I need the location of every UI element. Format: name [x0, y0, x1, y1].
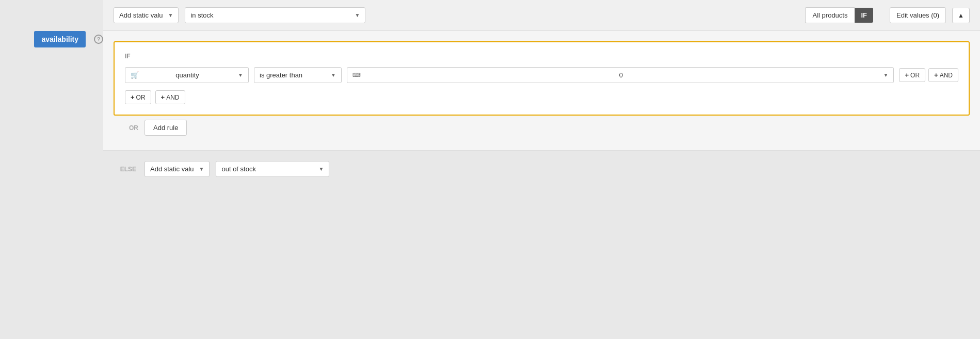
- help-icon[interactable]: ?: [94, 35, 103, 44]
- quantity-chevron-icon: ▼: [238, 72, 243, 78]
- left-panel: availability ?: [0, 0, 103, 187]
- out-of-stock-label: out of stock: [221, 165, 255, 173]
- in-stock-chevron-icon: ▼: [355, 12, 360, 18]
- add-rule-label: Add rule: [153, 124, 178, 132]
- or-row-container: OR Add rule: [114, 116, 970, 140]
- edit-values-button[interactable]: Edit values (0): [890, 7, 946, 23]
- out-of-stock-chevron-icon: ▼: [319, 166, 324, 172]
- all-products-text: All products: [805, 7, 855, 23]
- else-label: ELSE: [103, 166, 144, 173]
- top-row: Add static valu ▼ in stock ▼ All product…: [103, 0, 980, 31]
- and-label-right: AND: [940, 72, 953, 79]
- cart-icon: 🛒: [131, 71, 139, 79]
- add-static-label: Add static valu: [119, 11, 163, 19]
- availability-label: availability: [41, 35, 78, 43]
- add-static-chevron-icon: ▼: [168, 12, 173, 18]
- value-dropdown[interactable]: ⌨ 0 ▼: [347, 67, 894, 83]
- bottom-buttons: + OR + AND: [125, 90, 958, 104]
- condition-label: is greater than: [260, 71, 302, 79]
- if-badge: IF: [855, 8, 873, 23]
- condition-dropdown[interactable]: is greater than ▼: [254, 67, 342, 83]
- in-stock-label: in stock: [190, 11, 213, 19]
- if-label: IF: [125, 53, 958, 60]
- availability-badge: availability: [34, 31, 86, 47]
- quantity-dropdown[interactable]: 🛒 quantity ▼: [125, 67, 249, 83]
- edit-values-label: Edit values (0): [896, 11, 939, 19]
- plus-and-icon: +: [934, 71, 938, 79]
- all-products-if-group: All products IF: [805, 7, 873, 23]
- or-label-right: OR: [910, 72, 920, 79]
- and-label-bottom: AND: [166, 94, 179, 101]
- add-rule-button[interactable]: Add rule: [144, 120, 187, 136]
- right-panel: Add static valu ▼ in stock ▼ All product…: [103, 0, 980, 187]
- value-label: 0: [619, 71, 623, 79]
- condition-chevron-icon: ▼: [331, 72, 336, 78]
- in-stock-dropdown[interactable]: in stock ▼: [185, 7, 365, 23]
- or-button-right[interactable]: + OR: [899, 68, 925, 82]
- if-rule-container: IF 🛒 quantity ▼ is greater than ▼: [114, 41, 970, 116]
- keyboard-icon: ⌨: [352, 72, 361, 78]
- rule-row: 🛒 quantity ▼ is greater than ▼ ⌨ 0 ▼: [125, 67, 958, 83]
- collapse-button[interactable]: ▲: [952, 8, 970, 23]
- else-add-static-label: Add static valu: [150, 165, 194, 173]
- else-row-container: ELSE Add static valu ▼ out of stock ▼: [103, 150, 980, 187]
- and-button-right[interactable]: + AND: [928, 68, 958, 82]
- or-and-buttons-right: + OR + AND: [899, 68, 958, 82]
- if-block-area: IF 🛒 quantity ▼ is greater than ▼: [103, 31, 980, 150]
- out-of-stock-dropdown[interactable]: out of stock ▼: [216, 161, 329, 177]
- or-section-label: OR: [114, 124, 144, 132]
- add-static-value-button[interactable]: Add static valu ▼: [114, 7, 179, 23]
- main-wrapper: availability ? Add static valu ▼ in stoc…: [0, 0, 980, 187]
- or-label-bottom: OR: [136, 94, 146, 101]
- plus-or-bottom-icon: +: [131, 93, 135, 101]
- or-button-bottom[interactable]: + OR: [125, 90, 151, 104]
- left-panel-top: availability ?: [0, 0, 103, 47]
- else-add-static-button[interactable]: Add static valu ▼: [144, 161, 210, 177]
- and-button-bottom[interactable]: + AND: [155, 90, 185, 104]
- else-add-static-chevron-icon: ▼: [199, 166, 204, 172]
- value-chevron-icon: ▼: [883, 72, 889, 78]
- plus-or-icon: +: [905, 71, 909, 79]
- quantity-label: quantity: [175, 71, 199, 79]
- collapse-icon: ▲: [958, 12, 964, 19]
- else-content: Add static valu ▼ out of stock ▼: [144, 161, 329, 177]
- plus-and-bottom-icon: +: [161, 93, 165, 101]
